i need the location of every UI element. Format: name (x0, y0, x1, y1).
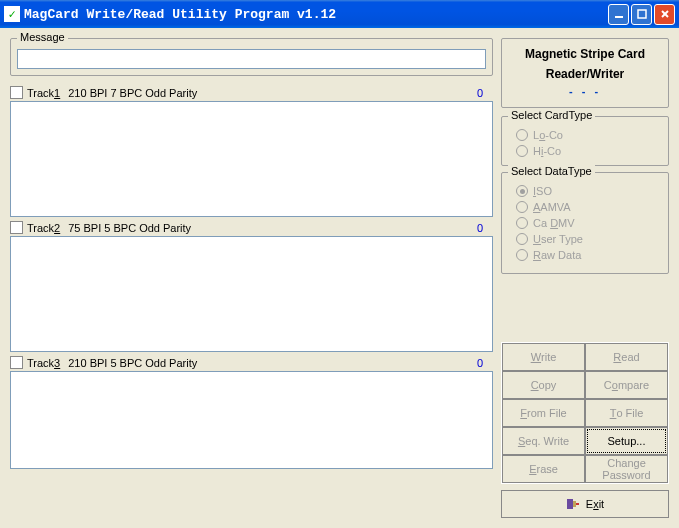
radio-icon (516, 201, 528, 213)
change-password-button[interactable]: ChangePassword (585, 455, 668, 483)
track1-specs: 210 BPI 7 BPC Odd Parity (68, 87, 477, 99)
svg-rect-4 (567, 499, 573, 509)
exit-icon (566, 497, 580, 511)
setup-button[interactable]: Setup... (585, 427, 668, 455)
track3-header: Track3 210 BPI 5 BPC Odd Parity 0 (10, 356, 493, 369)
svg-rect-0 (615, 16, 623, 18)
radio-icon (516, 185, 528, 197)
device-title-line2: Reader/Writer (504, 61, 666, 81)
cardtype-label: Select CardType (508, 109, 595, 121)
seq-write-button[interactable]: Seq. Write (502, 427, 585, 455)
from-file-button[interactable]: From File (502, 399, 585, 427)
copy-button[interactable]: Copy (502, 371, 585, 399)
svg-rect-6 (576, 503, 579, 505)
action-buttons: Write Read Copy Compare From File To Fil… (501, 342, 669, 484)
cardtype-loco[interactable]: Lo-Co (508, 127, 662, 143)
track3-count: 0 (477, 357, 483, 369)
device-dash: - - - (504, 81, 666, 105)
cardtype-hico[interactable]: Hi-Co (508, 143, 662, 159)
track2-checkbox[interactable] (10, 221, 23, 234)
read-button[interactable]: Read (585, 343, 668, 371)
message-label: Message (17, 31, 68, 43)
exit-button[interactable]: Exit (501, 490, 669, 518)
compare-button[interactable]: Compare (585, 371, 668, 399)
app-icon: ✓ (4, 6, 20, 22)
track3-label: Track3 (27, 357, 60, 369)
erase-button[interactable]: Erase (502, 455, 585, 483)
track1-count: 0 (477, 87, 483, 99)
maximize-button[interactable] (631, 4, 652, 25)
message-group: Message (10, 38, 493, 76)
minimize-button[interactable] (608, 4, 629, 25)
datatype-label: Select DataType (508, 165, 595, 177)
close-button[interactable] (654, 4, 675, 25)
track2-label: Track2 (27, 222, 60, 234)
datatype-aamva[interactable]: AAMVA (508, 199, 662, 215)
window-title: MagCard Write/Read Utility Program v1.12 (24, 7, 608, 22)
track1-checkbox[interactable] (10, 86, 23, 99)
track2-specs: 75 BPI 5 BPC Odd Parity (68, 222, 477, 234)
track2-header: Track2 75 BPI 5 BPC Odd Parity 0 (10, 221, 493, 234)
datatype-iso[interactable]: ISO (508, 183, 662, 199)
radio-icon (516, 249, 528, 261)
radio-icon (516, 129, 528, 141)
svg-rect-5 (573, 501, 576, 507)
track1-header: Track1 210 BPI 7 BPC Odd Parity 0 (10, 86, 493, 99)
write-button[interactable]: Write (502, 343, 585, 371)
datatype-rawdata[interactable]: Raw Data (508, 247, 662, 263)
radio-icon (516, 217, 528, 229)
device-title-line1: Magnetic Stripe Card (504, 41, 666, 61)
datatype-group: Select DataType ISO AAMVA Ca DMV User Ty… (501, 172, 669, 274)
datatype-cadmv[interactable]: Ca DMV (508, 215, 662, 231)
titlebar: ✓ MagCard Write/Read Utility Program v1.… (0, 0, 679, 28)
svg-rect-1 (638, 10, 646, 18)
radio-icon (516, 233, 528, 245)
track1-label: Track1 (27, 87, 60, 99)
to-file-button[interactable]: To File (585, 399, 668, 427)
track3-checkbox[interactable] (10, 356, 23, 369)
track1-textarea[interactable] (10, 101, 493, 217)
track2-count: 0 (477, 222, 483, 234)
radio-icon (516, 145, 528, 157)
datatype-usertype[interactable]: User Type (508, 231, 662, 247)
message-input[interactable] (17, 49, 486, 69)
track3-specs: 210 BPI 5 BPC Odd Parity (68, 357, 477, 369)
cardtype-group: Select CardType Lo-Co Hi-Co (501, 116, 669, 166)
device-header-box: Magnetic Stripe Card Reader/Writer - - - (501, 38, 669, 108)
track2-textarea[interactable] (10, 236, 493, 352)
track3-textarea[interactable] (10, 371, 493, 469)
